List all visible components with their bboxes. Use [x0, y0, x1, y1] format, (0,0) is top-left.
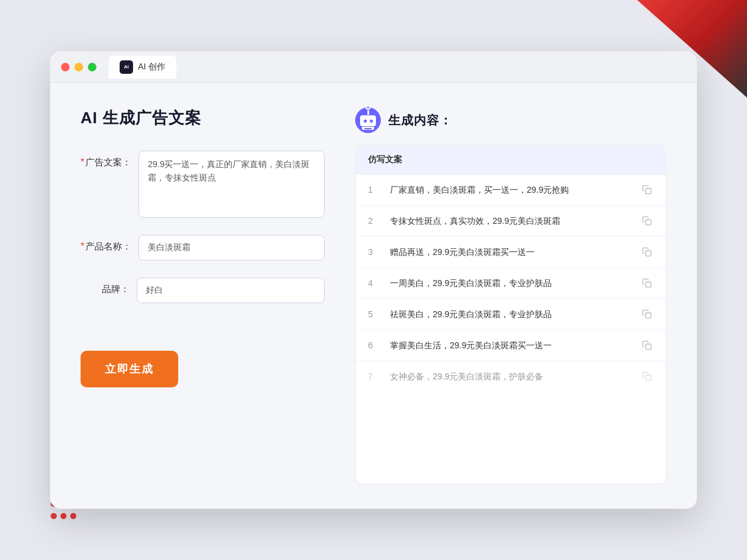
- maximize-button[interactable]: [88, 63, 96, 71]
- brand-group: 品牌：: [81, 278, 325, 303]
- result-header: 生成内容：: [355, 107, 666, 133]
- ad-copy-group: *广告文案： 29.9买一送一，真正的厂家直销，美白淡斑霜，专抹女性斑点: [81, 151, 325, 218]
- row-text: 一周美白，29.9元美白淡斑霜，专业护肤品: [390, 277, 630, 290]
- row-text: 女神必备，29.9元美白淡斑霜，护肤必备: [390, 370, 630, 383]
- copy-icon[interactable]: [640, 183, 654, 196]
- main-content: AI 生成广告文案 *广告文案： 29.9买一送一，真正的厂家直销，美白淡斑霜，…: [50, 83, 697, 509]
- results-container: 1 厂家直销，美白淡斑霜，买一送一，29.9元抢购 2 专抹女性斑点，真实功效，…: [356, 174, 666, 392]
- svg-rect-0: [646, 188, 651, 194]
- result-title: 生成内容：: [388, 112, 452, 129]
- svg-rect-5: [646, 344, 651, 350]
- copy-icon[interactable]: [640, 370, 654, 383]
- ad-copy-label: *广告文案：: [81, 151, 131, 168]
- result-row: 1 厂家直销，美白淡斑霜，买一送一，29.9元抢购: [356, 174, 666, 206]
- product-name-group: *产品名称：: [81, 235, 325, 260]
- row-text: 掌握美白生活，29.9元美白淡斑霜买一送一: [390, 339, 630, 352]
- brand-label: 品牌：: [81, 278, 129, 295]
- ai-creation-tab[interactable]: AI 创作: [109, 56, 176, 79]
- product-name-input[interactable]: [139, 235, 325, 260]
- robot-icon: [355, 107, 381, 133]
- row-text: 祛斑美白，29.9元美白淡斑霜，专业护肤品: [390, 308, 630, 321]
- row-number: 3: [368, 247, 380, 257]
- product-name-label: *产品名称：: [81, 235, 131, 253]
- browser-window: AI 创作 AI 生成广告文案 *广告文案： 29.9买一送一，真正的厂家直销，…: [50, 51, 697, 509]
- minimize-button[interactable]: [74, 63, 83, 71]
- result-row: 6 掌握美白生活，29.9元美白淡斑霜买一送一: [356, 330, 666, 361]
- generate-button[interactable]: 立即生成: [81, 351, 178, 387]
- copy-icon[interactable]: [640, 307, 654, 321]
- result-row: 5 祛斑美白，29.9元美白淡斑霜，专业护肤品: [356, 299, 666, 330]
- row-number: 6: [368, 340, 380, 350]
- result-row: 3 赠品再送，29.9元美白淡斑霜买一送一: [356, 237, 666, 268]
- row-text: 厂家直销，美白淡斑霜，买一送一，29.9元抢购: [390, 184, 630, 196]
- result-row: 4 一周美白，29.9元美白淡斑霜，专业护肤品: [356, 268, 666, 299]
- copy-icon[interactable]: [640, 245, 654, 259]
- left-panel: AI 生成广告文案 *广告文案： 29.9买一送一，真正的厂家直销，美白淡斑霜，…: [81, 107, 325, 484]
- row-number: 2: [368, 216, 380, 226]
- result-row: 7 女神必备，29.9元美白淡斑霜，护肤必备: [356, 361, 666, 392]
- svg-rect-1: [646, 220, 651, 225]
- ai-tab-icon: [120, 60, 133, 74]
- row-number: 4: [368, 278, 380, 288]
- svg-rect-2: [646, 251, 651, 256]
- ad-copy-textarea[interactable]: 29.9买一送一，真正的厂家直销，美白淡斑霜，专抹女性斑点: [139, 151, 325, 218]
- required-mark-1: *: [81, 157, 84, 167]
- row-number: 7: [368, 372, 380, 381]
- table-header: 仿写文案: [356, 146, 666, 174]
- row-text: 赠品再送，29.9元美白淡斑霜买一送一: [390, 246, 630, 259]
- right-panel: 生成内容： 仿写文案 1 厂家直销，美白淡斑霜，买一送一，29.9元抢购 2 专…: [355, 107, 666, 484]
- row-number: 5: [368, 309, 380, 319]
- result-row: 2 专抹女性斑点，真实功效，29.9元美白淡斑霜: [356, 206, 666, 237]
- svg-rect-3: [646, 282, 651, 287]
- brand-input[interactable]: [137, 278, 325, 303]
- results-table: 仿写文案 1 厂家直销，美白淡斑霜，买一送一，29.9元抢购 2 专抹女性斑点，…: [355, 145, 666, 484]
- svg-rect-4: [646, 313, 651, 318]
- copy-icon[interactable]: [640, 214, 654, 228]
- close-button[interactable]: [61, 63, 70, 71]
- copy-icon[interactable]: [640, 276, 654, 290]
- page-title: AI 生成广告文案: [81, 107, 325, 129]
- traffic-lights: [61, 63, 96, 71]
- title-bar: AI 创作: [50, 51, 697, 83]
- svg-rect-6: [646, 375, 651, 381]
- copy-icon[interactable]: [640, 339, 654, 352]
- row-number: 1: [368, 185, 380, 195]
- row-text: 专抹女性斑点，真实功效，29.9元美白淡斑霜: [390, 215, 630, 228]
- required-mark-2: *: [81, 241, 84, 251]
- tab-label: AI 创作: [138, 62, 165, 73]
